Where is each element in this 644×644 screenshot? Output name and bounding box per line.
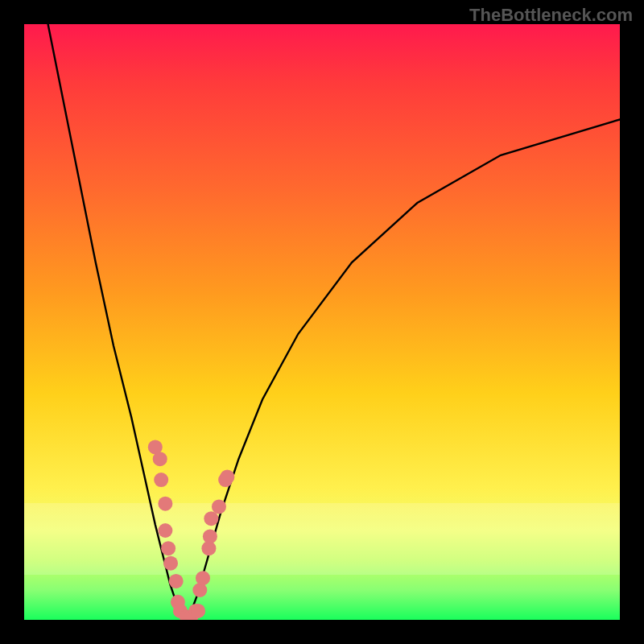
plot-area bbox=[24, 24, 620, 620]
data-dot bbox=[158, 497, 172, 511]
curves-group bbox=[48, 24, 620, 620]
dots-group bbox=[148, 440, 235, 620]
data-dot bbox=[212, 499, 226, 514]
data-dot bbox=[191, 604, 205, 618]
data-dot bbox=[161, 541, 175, 555]
data-dot bbox=[196, 571, 210, 585]
data-dot bbox=[163, 556, 178, 571]
data-dot bbox=[153, 452, 167, 466]
data-dot bbox=[220, 469, 234, 484]
frame: TheBottleneck.com bbox=[0, 0, 644, 644]
curve-right-curve bbox=[188, 119, 621, 620]
data-dot bbox=[203, 529, 217, 543]
data-dot bbox=[158, 523, 172, 538]
watermark-text: TheBottleneck.com bbox=[469, 5, 633, 26]
chart-svg bbox=[24, 24, 620, 620]
data-dot bbox=[204, 511, 218, 526]
data-dot bbox=[169, 574, 184, 588]
data-dot bbox=[154, 473, 168, 487]
